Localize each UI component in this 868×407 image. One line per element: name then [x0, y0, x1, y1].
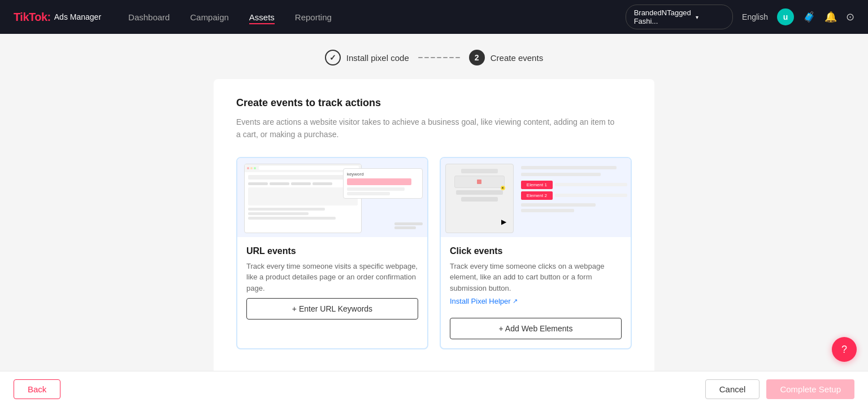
- click-events-card[interactable]: ▶ ✕ Element 1: [440, 157, 632, 350]
- stepper: ✓ Install pixel code 2 Create events: [0, 34, 868, 79]
- enter-url-keywords-button[interactable]: + Enter URL Keywords: [246, 298, 418, 320]
- url-events-desc: Track every time someone visits a specif…: [246, 261, 418, 294]
- main-container: Create events to track actions Events ar…: [214, 79, 654, 377]
- language-selector[interactable]: English: [742, 12, 768, 21]
- nav-right: BrandedNTagged Fashi... ▾ English u 🧳 🔔 …: [626, 5, 854, 29]
- step1-label: Install pixel code: [346, 53, 409, 63]
- cancel-button[interactable]: Cancel: [705, 379, 760, 399]
- element1-badge: Element 1: [521, 181, 553, 189]
- nav-reporting[interactable]: Reporting: [295, 10, 332, 24]
- keyword-label: keyword: [347, 172, 419, 177]
- account-selector[interactable]: BrandedNTagged Fashi... ▾: [626, 5, 733, 29]
- nav-campaign[interactable]: Campaign: [190, 10, 228, 24]
- click-events-illustration: ▶ ✕ Element 1: [441, 158, 631, 237]
- step-2: 2 Create events: [469, 50, 543, 65]
- url-events-title: URL events: [246, 246, 418, 256]
- add-web-elements-button[interactable]: + Add Web Elements: [450, 318, 622, 339]
- step2-circle: 2: [469, 50, 485, 65]
- url-events-card[interactable]: keyword URL events Track every time s: [236, 157, 428, 350]
- element2-badge: Element 2: [521, 191, 553, 200]
- briefcase-icon[interactable]: 🧳: [803, 11, 815, 23]
- url-events-illustration: keyword: [237, 158, 427, 237]
- page-description: Events are actions a website visitor tak…: [236, 116, 620, 141]
- step1-circle: ✓: [325, 50, 341, 65]
- install-pixel-helper-link[interactable]: Install Pixel Helper ↗: [450, 297, 518, 305]
- click-events-title: Click events: [450, 246, 622, 256]
- notification-icon[interactable]: 🔔: [824, 11, 837, 23]
- step-1: ✓ Install pixel code: [325, 50, 409, 65]
- complete-setup-button[interactable]: Complete Setup: [766, 379, 854, 399]
- nav-links: Dashboard Campaign Assets Reporting: [128, 10, 626, 24]
- tiktok-logo: TikTok:: [14, 11, 51, 24]
- page-title: Create events to track actions: [236, 97, 632, 109]
- colon: :: [47, 11, 51, 23]
- external-link-icon: ↗: [513, 297, 518, 305]
- tiktok-text: TikTok: [14, 11, 47, 23]
- nav-dashboard[interactable]: Dashboard: [128, 10, 170, 24]
- page-footer: Back Cancel Complete Setup: [0, 371, 868, 407]
- cards-row: keyword URL events Track every time s: [236, 157, 632, 350]
- help-bubble[interactable]: ?: [832, 337, 857, 362]
- chevron-down-icon: ▾: [696, 14, 724, 20]
- pixel-helper-label: Install Pixel Helper: [450, 297, 511, 305]
- account-name: BrandedNTagged Fashi...: [634, 8, 691, 25]
- step-divider: [418, 57, 460, 58]
- brand: TikTok: Ads Manager: [14, 11, 101, 24]
- step2-label: Create events: [491, 53, 543, 63]
- help-bubble-icon: ?: [841, 344, 847, 356]
- back-button[interactable]: Back: [14, 379, 60, 399]
- click-events-desc: Track every time someone clicks on a web…: [450, 261, 622, 294]
- help-icon[interactable]: ⊙: [846, 11, 854, 23]
- navbar: TikTok: Ads Manager Dashboard Campaign A…: [0, 0, 868, 34]
- avatar[interactable]: u: [777, 8, 794, 25]
- nav-assets[interactable]: Assets: [249, 10, 275, 24]
- footer-right: Cancel Complete Setup: [705, 379, 854, 399]
- ads-manager-label: Ads Manager: [54, 12, 101, 21]
- url-events-content: URL events Track every time someone visi…: [237, 237, 427, 329]
- click-events-content: Click events Track every time someone cl…: [441, 237, 631, 349]
